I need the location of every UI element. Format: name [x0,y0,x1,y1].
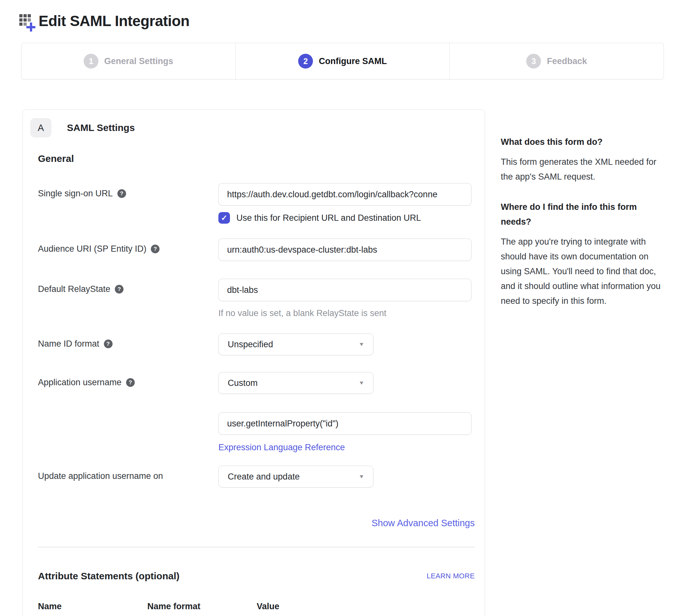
section-divider [38,547,475,547]
general-heading: General [38,153,74,164]
page-title: Edit SAML Integration [39,12,189,30]
recipient-url-checkbox-row: ✓ Use this for Recipient URL and Destina… [219,212,472,224]
update-application-username-value: Create and update [228,472,300,482]
name-id-format-value: Unspecified [228,339,273,350]
relay-state-helper-text: If no value is set, a blank RelayState i… [219,308,472,318]
sso-url-row: Single sign-on URL ? ✓ Use this for Reci… [38,183,472,224]
wizard-step-configure-saml[interactable]: 2 Configure SAML [235,43,450,79]
application-username-select[interactable]: Custom ▼ [219,372,373,394]
attribute-statements-column-headers: Name Name format Value [38,601,475,612]
chevron-down-icon: ▼ [359,342,365,347]
step-label: Configure SAML [319,56,387,66]
name-id-format-row: Name ID format ? Unspecified ▼ [38,333,373,355]
column-header-name-format: Name format [147,601,257,612]
page-header: Edit SAML Integration [19,12,189,33]
help-sidebar: What does this form do? This form genera… [501,134,668,324]
audience-uri-row: Audience URI (SP Entity ID) ? [38,239,472,261]
section-title: SAML Settings [67,122,135,133]
step-number-badge: 3 [526,54,541,69]
step-label: Feedback [547,56,587,66]
learn-more-link[interactable]: LEARN MORE [427,572,475,580]
audience-uri-input[interactable] [219,239,472,261]
help-icon[interactable]: ? [151,245,160,253]
wizard-steps-bar: 1 General Settings 2 Configure SAML 3 Fe… [21,43,664,80]
column-header-value: Value [257,601,279,612]
section-a-badge: A [30,118,51,137]
column-header-name: Name [38,601,147,612]
wizard-step-feedback[interactable]: 3 Feedback [449,43,664,79]
attribute-statements-header: Attribute Statements (optional) LEARN MO… [38,571,475,581]
application-username-label: Application username [38,377,121,388]
custom-expression-row: Expression Language Reference [38,412,472,453]
advanced-settings-row: Show Advanced Settings [38,518,475,528]
help-icon[interactable]: ? [104,339,113,348]
sso-url-label-wrap: Single sign-on URL ? [38,183,219,199]
audience-uri-label: Audience URI (SP Entity ID) [38,244,146,254]
section-header: A SAML Settings [30,118,135,137]
relay-state-label: Default RelayState [38,284,110,294]
update-application-username-label-wrap: Update application username on [38,466,219,481]
update-application-username-label: Update application username on [38,471,163,481]
name-id-format-label: Name ID format [38,339,99,349]
update-application-username-row: Update application username on Create an… [38,466,373,488]
sso-url-label: Single sign-on URL [38,189,113,199]
application-username-label-wrap: Application username ? [38,372,219,388]
application-username-row: Application username ? Custom ▼ [38,372,373,394]
relay-state-input[interactable] [219,279,472,301]
recipient-url-checkbox-label: Use this for Recipient URL and Destinati… [236,213,421,223]
chevron-down-icon: ▼ [359,380,365,386]
show-advanced-settings-link[interactable]: Show Advanced Settings [371,518,475,528]
app-grid-plus-icon [19,14,36,33]
update-application-username-select[interactable]: Create and update ▼ [219,466,373,488]
sidebar-heading-what: What does this form do? [501,134,668,149]
name-id-format-label-wrap: Name ID format ? [38,333,219,349]
wizard-step-general-settings[interactable]: 1 General Settings [22,43,235,79]
step-number-badge: 1 [84,54,98,69]
name-id-format-select[interactable]: Unspecified ▼ [219,333,373,355]
sso-url-input[interactable] [219,183,472,206]
audience-uri-label-wrap: Audience URI (SP Entity ID) ? [38,239,219,254]
checkbox-checked-icon[interactable]: ✓ [219,212,230,224]
sidebar-body-what: This form generates the XML needed for t… [501,154,668,184]
custom-expression-spacer [38,412,219,418]
saml-settings-card: A SAML Settings General Single sign-on U… [23,109,485,616]
attribute-statements-heading: Attribute Statements (optional) [38,571,180,581]
expression-language-reference-link[interactable]: Expression Language Reference [219,442,345,453]
sidebar-body-where: The app you're trying to integrate with … [501,234,668,308]
relay-state-row: Default RelayState ? If no value is set,… [38,279,472,318]
step-number-badge: 2 [298,54,313,69]
custom-expression-input[interactable] [219,412,472,435]
relay-state-label-wrap: Default RelayState ? [38,279,219,294]
plus-icon [26,23,36,31]
application-username-value: Custom [228,378,258,388]
step-label: General Settings [104,56,174,66]
chevron-down-icon: ▼ [359,474,365,480]
help-icon[interactable]: ? [126,378,135,387]
sidebar-heading-where: Where do I find the info this form needs… [501,200,668,229]
help-icon[interactable]: ? [117,189,126,198]
help-icon[interactable]: ? [115,285,123,293]
